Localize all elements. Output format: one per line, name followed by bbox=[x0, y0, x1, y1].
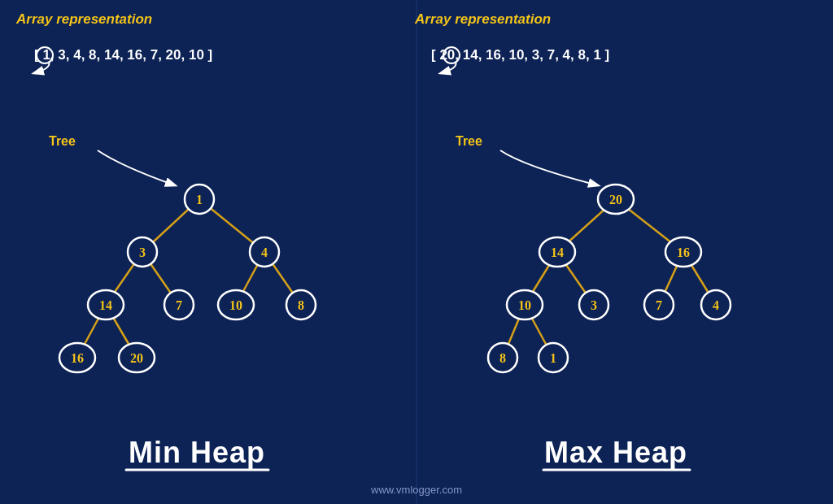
max-heap-title: Max Heap bbox=[544, 436, 687, 470]
svg-line-11 bbox=[106, 305, 137, 358]
svg-line-6 bbox=[106, 252, 142, 305]
svg-line-15 bbox=[557, 252, 594, 305]
svg-text:4: 4 bbox=[713, 298, 719, 312]
right-array-label: Array representation bbox=[415, 11, 551, 28]
svg-line-9 bbox=[264, 252, 301, 305]
svg-text:14: 14 bbox=[551, 245, 564, 259]
svg-line-5 bbox=[199, 199, 264, 252]
svg-point-44 bbox=[507, 290, 543, 319]
svg-text:14: 14 bbox=[99, 298, 112, 312]
svg-point-40 bbox=[539, 237, 575, 267]
svg-point-36 bbox=[119, 343, 155, 372]
svg-text:10: 10 bbox=[229, 298, 242, 312]
svg-line-7 bbox=[142, 252, 179, 305]
svg-point-54 bbox=[539, 343, 568, 372]
svg-text:7: 7 bbox=[656, 298, 662, 312]
svg-line-10 bbox=[77, 305, 106, 358]
svg-point-26 bbox=[88, 290, 124, 319]
left-array-values: [ 1, 3, 4, 8, 14, 16, 7, 20, 10 ] bbox=[34, 47, 212, 63]
svg-point-46 bbox=[579, 290, 608, 319]
svg-text:4: 4 bbox=[261, 245, 268, 259]
diagram-svg: 13414710816202014161037481 bbox=[0, 0, 833, 504]
svg-line-19 bbox=[525, 305, 553, 358]
svg-line-4 bbox=[142, 199, 199, 252]
svg-text:20: 20 bbox=[130, 351, 143, 365]
svg-point-52 bbox=[488, 343, 517, 372]
svg-text:3: 3 bbox=[139, 245, 146, 259]
svg-line-8 bbox=[236, 252, 264, 305]
svg-point-34 bbox=[59, 343, 95, 372]
svg-point-32 bbox=[286, 290, 316, 319]
svg-point-42 bbox=[665, 237, 701, 267]
right-tree-label: Tree bbox=[456, 134, 482, 149]
svg-text:20: 20 bbox=[609, 193, 622, 206]
svg-text:8: 8 bbox=[298, 298, 304, 312]
main-container: 13414710816202014161037481 Array represe… bbox=[0, 0, 833, 504]
svg-line-12 bbox=[557, 199, 616, 252]
svg-line-18 bbox=[503, 305, 525, 358]
svg-point-38 bbox=[598, 185, 634, 214]
svg-point-30 bbox=[218, 290, 254, 319]
svg-text:16: 16 bbox=[677, 245, 690, 259]
svg-point-22 bbox=[128, 237, 157, 267]
svg-line-17 bbox=[683, 252, 716, 305]
right-array-values: [ 20, 14, 16, 10, 3, 7, 4, 8, 1 ] bbox=[431, 47, 609, 63]
svg-text:8: 8 bbox=[499, 351, 506, 365]
svg-text:1: 1 bbox=[550, 351, 556, 365]
left-tree-label: Tree bbox=[49, 134, 76, 149]
svg-point-50 bbox=[701, 290, 731, 319]
left-array-label: Array representation bbox=[16, 11, 152, 28]
svg-text:3: 3 bbox=[591, 298, 597, 312]
svg-point-48 bbox=[644, 290, 674, 319]
svg-text:7: 7 bbox=[176, 298, 182, 312]
svg-point-20 bbox=[185, 185, 214, 214]
svg-text:10: 10 bbox=[518, 298, 531, 312]
svg-point-28 bbox=[164, 290, 194, 319]
min-heap-title: Min Heap bbox=[129, 436, 265, 470]
svg-line-16 bbox=[659, 252, 683, 305]
svg-point-24 bbox=[250, 237, 279, 267]
svg-line-13 bbox=[616, 199, 683, 252]
svg-line-14 bbox=[525, 252, 557, 305]
website-url: www.vmlogger.com bbox=[371, 484, 462, 496]
svg-text:1: 1 bbox=[196, 193, 203, 206]
svg-text:16: 16 bbox=[71, 351, 84, 365]
